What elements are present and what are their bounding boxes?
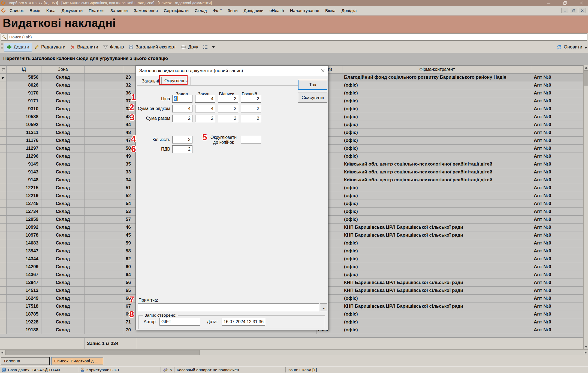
layout-list-button[interactable] [201,44,210,51]
mdi-close-icon[interactable] [579,8,586,13]
search-input[interactable]: Поиск (Tab) [1,33,587,41]
price-zavod-field[interactable]: 4 [172,95,192,103]
line-sum-label: Сума за рядком [136,106,170,111]
note-field[interactable] [138,303,319,311]
scroll-down-icon[interactable] [584,345,588,349]
column-header-zone[interactable]: Зона [41,65,85,74]
menu-item[interactable]: Звіти [225,7,241,14]
mdi-minimize-icon[interactable] [561,8,568,13]
menu-item[interactable]: Залишки [107,7,131,14]
line-sum-vidpusk-field[interactable]: 2 [218,105,238,112]
menu-item[interactable]: Налаштування [287,7,322,14]
print-button[interactable]: Друк [178,43,201,51]
annotation-1: 1 [131,93,136,102]
column-chooser-icon[interactable] [0,65,7,74]
cell-firm: Київський обл. центр соціально-психологі… [342,176,532,184]
cell-id: 14512 [7,287,41,295]
toolbar-grip[interactable] [1,43,3,51]
cell-apt: Апт №0 [532,208,583,216]
ok-button[interactable]: Так [298,80,327,90]
edit-button[interactable]: Редагувати [32,43,68,51]
receipts-icon [163,368,168,372]
cell-apt: Апт №0 [532,231,583,239]
cell-blank [85,74,124,81]
menu-item[interactable]: Документи [59,7,86,14]
tab-home[interactable]: Головна [1,357,50,365]
vertical-scroll-thumb[interactable] [584,70,588,86]
mdi-restore-icon[interactable] [570,8,577,13]
export-button[interactable]: Загальний експорт [126,43,178,51]
cell-apt: Апт №0 [532,176,583,184]
vertical-scrollbar[interactable] [583,65,588,349]
cell-id: 11297 [7,145,41,152]
column-header-blank[interactable] [85,65,124,74]
scroll-right-icon[interactable] [583,350,588,355]
line-sum-rozdrib-field[interactable]: 2 [241,105,261,112]
toolbar: Додати Редагувати Видалити Фільтр Загаль… [0,41,588,53]
row-indicator: ▶ [0,176,7,184]
menu-item[interactable]: Каса [43,7,59,14]
column-header-apt[interactable] [532,65,583,74]
dropdown-caret-icon[interactable] [212,46,215,48]
menu-item[interactable]: Філії [210,7,225,14]
author-field[interactable]: GIFT [159,318,200,326]
scroll-up-icon[interactable] [584,65,588,70]
scroll-left-icon[interactable] [0,350,5,355]
menu-item[interactable]: Вікна [322,7,339,14]
add-button[interactable]: Додати [4,43,32,51]
delete-button[interactable]: Видалити [68,43,101,51]
menu-item[interactable]: Список [7,7,27,14]
column-header-firm[interactable]: Фірма-контрагент [342,65,532,74]
window-close-icon[interactable] [579,1,584,5]
cell-blank [85,113,124,121]
menu-item[interactable]: eHealth [266,7,287,14]
line-sum-zakup-field[interactable]: 4 [195,105,215,112]
window-restore-icon[interactable] [563,1,567,5]
cell-apt: Апт №0 [532,74,583,81]
price-vidpusk-field[interactable]: 2 [218,95,238,103]
cell-apt: Апт №0 [532,200,583,208]
cell-id: 16249 [7,295,41,302]
menu-item[interactable]: Вихід [27,7,43,14]
horizontal-scrollbar[interactable] [0,349,588,355]
cell-blank [85,302,124,310]
line-sum-zavod-field[interactable]: 4 [172,105,192,112]
row-indicator: ▶ [0,326,7,334]
quantity-field[interactable]: 3 [172,136,192,143]
total-sum-zavod-field[interactable]: 2 [172,115,192,122]
cancel-button[interactable]: Скасувати [298,93,327,103]
date-field[interactable]: 16.07.2024 12:31:36 [222,318,265,326]
menu-item[interactable]: Платежі [86,7,107,14]
cell-id: 14083 [7,239,41,247]
filter-button[interactable]: Фільтр [101,43,126,51]
cell-blank [85,224,124,231]
price-rozdrib-field[interactable]: 2 [241,95,261,103]
note-more-button[interactable]: ... [320,303,327,311]
menu-item[interactable]: Замовлення [131,7,161,14]
menu-item[interactable]: Довідники [241,7,267,14]
cell-apt: Апт №0 [532,326,583,334]
column-header-id[interactable]: ІД [7,65,41,74]
vat-field[interactable]: 2 [172,145,192,153]
dialog-close-icon[interactable] [317,66,328,76]
total-sum-zakup-field[interactable]: 2 [195,115,215,122]
refresh-button[interactable]: Оновити [554,43,588,51]
cell-apt: Апт №0 [532,271,583,279]
tab-general[interactable]: Загальні [139,77,162,85]
window-minimize-icon[interactable] [547,1,551,5]
cell-apt: Апт №0 [532,113,583,121]
tab-list-vydatkovi[interactable]: Список: Видаткові д ... [51,357,103,365]
text-caret [177,96,178,101]
red-x-icon [70,45,75,50]
total-sum-rozdrib-field[interactable]: 2 [241,115,261,122]
price-zakup-field[interactable]: 4 [195,95,215,103]
horizontal-scroll-thumb[interactable] [5,350,200,355]
total-sum-vidpusk-field[interactable]: 2 [218,115,238,122]
menu-item[interactable]: Склад [192,7,210,14]
cell-firm: (офіс) [342,184,532,192]
cell-firm: (офіс) [342,105,532,113]
menu-item[interactable]: Довідка [339,7,360,14]
round-to-kopecks-field[interactable] [241,136,261,143]
cell-firm: КНП Баришівська ЦРЛ Баришівської сільськ… [342,287,532,295]
menu-item[interactable]: Сертифікати [161,7,192,14]
